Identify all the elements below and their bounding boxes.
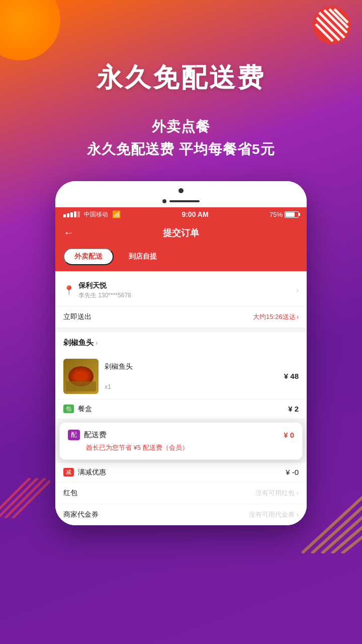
address-detail: 李先生 130****5678 bbox=[78, 291, 296, 300]
app-title: 提交订单 bbox=[163, 227, 199, 239]
delivery-fee-row: 配 配送费 ¥ 0 bbox=[68, 430, 294, 440]
box-label: 餐盒 bbox=[78, 405, 284, 414]
restaurant-name: 剁椒鱼头 bbox=[63, 338, 94, 348]
box-badge: 包 bbox=[63, 405, 74, 413]
tab-bar: 外卖配送 到店自提 bbox=[55, 244, 307, 271]
main-title: 永久免配送费 bbox=[97, 60, 265, 96]
carrier-label: 中国移动 bbox=[84, 210, 108, 219]
delivery-time-value: 大约15:26送达 › bbox=[253, 312, 299, 321]
location-icon: 📍 bbox=[63, 285, 74, 296]
battery-bar bbox=[285, 211, 299, 218]
camera-dot bbox=[178, 188, 184, 193]
discount-badge: 减 bbox=[63, 468, 74, 476]
delivery-saving-text: 酋长已为您节省 ¥5 配送费（会员） bbox=[68, 443, 294, 452]
food-image bbox=[63, 359, 99, 394]
discount-row: 减 满减优惠 ¥ -0 bbox=[55, 463, 307, 482]
phone-mockup: 中国移动 📶 9:00 AM 75% ← 提交订单 外卖配送 到店自提 bbox=[55, 181, 307, 525]
restaurant-arrow: › bbox=[96, 339, 98, 347]
address-arrow: › bbox=[296, 286, 299, 295]
signal-area: 中国移动 📶 bbox=[63, 210, 121, 219]
delivery-fee-price: ¥ 0 bbox=[284, 431, 294, 439]
phone-camera-area bbox=[55, 181, 307, 199]
discount-label: 满减优惠 bbox=[78, 468, 282, 477]
tab-delivery[interactable]: 外卖配送 bbox=[63, 248, 114, 265]
back-button[interactable]: ← bbox=[63, 226, 74, 239]
dot-1 bbox=[162, 199, 166, 203]
coupon-value: 没有可用代金券 › bbox=[249, 510, 299, 519]
address-info: 保利天悦 李先生 130****5678 bbox=[78, 281, 296, 300]
restaurant-header[interactable]: 剁椒鱼头 › bbox=[55, 332, 307, 354]
battery-area: 75% bbox=[269, 211, 299, 218]
signal-dots bbox=[63, 211, 80, 217]
delivery-fee-label: 配送费 bbox=[84, 430, 280, 440]
sub-title: 外卖点餐 永久免配送费 平均每餐省5元 bbox=[87, 116, 275, 161]
delivery-time-row: 立即送出 大约15:26送达 › bbox=[55, 306, 307, 328]
box-row: 包 餐盒 ¥ 2 bbox=[55, 399, 307, 419]
page-content: 永久免配送费 外卖点餐 永久免配送费 平均每餐省5元 中国移动 bbox=[0, 0, 362, 644]
pagination-dots bbox=[55, 199, 307, 207]
food-name: 剁椒鱼头 bbox=[105, 362, 278, 371]
food-price: ¥ 48 bbox=[284, 372, 299, 380]
slider-indicator bbox=[169, 200, 200, 202]
address-name: 保利天悦 bbox=[78, 281, 296, 290]
wifi-icon: 📶 bbox=[112, 210, 121, 218]
food-item-row: 剁椒鱼头 x1 ¥ 48 bbox=[55, 354, 307, 399]
delivery-fee-tooltip: 配 配送费 ¥ 0 酋长已为您节省 ¥5 配送费（会员） bbox=[59, 422, 303, 460]
hongbao-value: 没有可用红包 › bbox=[255, 489, 299, 498]
battery-pct: 75% bbox=[269, 211, 283, 218]
delivery-time-label: 立即送出 bbox=[63, 312, 92, 321]
app-header: ← 提交订单 bbox=[55, 222, 307, 244]
sig-dot-3 bbox=[70, 212, 73, 217]
tab-pickup[interactable]: 到店自提 bbox=[119, 248, 167, 265]
status-bar: 中国移动 📶 9:00 AM 75% bbox=[55, 207, 307, 222]
discount-price: ¥ -0 bbox=[286, 468, 299, 476]
app-content: 📍 保利天悦 李先生 130****5678 › 立即送出 大约15:26送达 … bbox=[55, 275, 307, 525]
sig-dot-1 bbox=[63, 214, 66, 217]
address-row[interactable]: 📍 保利天悦 李先生 130****5678 › bbox=[55, 275, 307, 306]
hongbao-label: 红包 bbox=[63, 489, 77, 498]
tooltip-wrapper: 配 配送费 ¥ 0 酋长已为您节省 ¥5 配送费（会员） bbox=[59, 422, 303, 460]
food-info: 剁椒鱼头 x1 bbox=[105, 362, 278, 390]
hongbao-row[interactable]: 红包 没有可用红包 › bbox=[55, 482, 307, 504]
delivery-badge: 配 bbox=[68, 430, 80, 440]
sig-dot-2 bbox=[67, 213, 69, 217]
status-time: 9:00 AM bbox=[182, 210, 208, 218]
battery-fill bbox=[286, 212, 295, 217]
coupon-label: 商家代金券 bbox=[63, 510, 99, 519]
sig-dot-4 bbox=[74, 211, 76, 217]
box-price: ¥ 2 bbox=[288, 405, 299, 413]
food-qty: x1 bbox=[105, 383, 278, 390]
sig-dot-5 bbox=[77, 211, 80, 217]
coupon-row[interactable]: 商家代金券 没有可用代金券 › bbox=[55, 504, 307, 525]
